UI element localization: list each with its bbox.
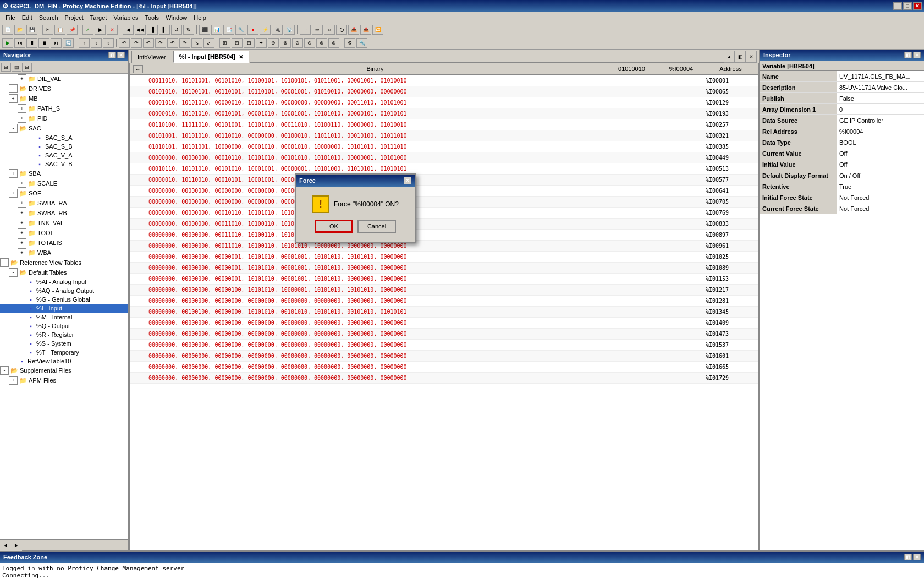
nav-close-btn[interactable]: ✕ <box>117 52 125 58</box>
tb-arrow-r[interactable]: → <box>300 25 311 35</box>
tab-input[interactable]: %I - Input [HBR504] ✕ <box>173 51 249 63</box>
tb-b1[interactable]: ◀ <box>123 25 134 35</box>
tb2-b16[interactable]: ⊟ <box>244 38 255 48</box>
tb-copy[interactable]: 📋 <box>54 25 65 35</box>
close-button[interactable]: ✕ <box>913 2 922 10</box>
expand-apm[interactable]: + <box>9 376 18 385</box>
expand-tnk-val[interactable]: + <box>18 219 26 227</box>
expand-path-s[interactable]: + <box>18 104 26 113</box>
tb2-b25[interactable]: 🔩 <box>356 38 367 48</box>
tree-item-soe[interactable]: + 📁 SOE <box>0 188 128 198</box>
tb2-b4[interactable]: ↕ <box>91 38 102 48</box>
nav-scroll-right[interactable]: ► <box>11 540 22 551</box>
tb-arrow-r2[interactable]: ⇒ <box>312 25 323 35</box>
tree-item-swba-ra[interactable]: + 📁 SWBA_RA <box>0 198 128 208</box>
tb-b12[interactable]: 🔌 <box>272 25 283 35</box>
feedback-close-btn[interactable]: ✕ <box>913 554 921 560</box>
tb2-b6[interactable]: ↶ <box>119 38 130 48</box>
tb2-step[interactable]: ⏸ <box>26 38 37 48</box>
tree-item-sac-sb[interactable]: ▪ SAC_S_B <box>0 142 128 151</box>
tree-item-swba-rb[interactable]: + 📁 SWBA_RB <box>0 208 128 218</box>
tree-item-refviewtable10[interactable]: ▪ RefViewTable10 <box>0 357 128 366</box>
tree-item-tnk-val[interactable]: + 📁 TNK_VAL <box>0 218 128 228</box>
menu-project[interactable]: Project <box>62 13 87 22</box>
restore-button[interactable]: □ <box>903 2 912 10</box>
tree-item-t[interactable]: ▪ %T - Temporary <box>0 348 128 357</box>
expand-ref-view[interactable]: - <box>0 258 9 267</box>
tb-open[interactable]: 📂 <box>14 25 25 35</box>
tb-circle[interactable]: ○ <box>324 25 335 35</box>
expand-soe[interactable]: + <box>9 189 18 198</box>
feedback-float-btn[interactable]: ◧ <box>904 554 912 560</box>
menu-variables[interactable]: Variables <box>110 13 141 22</box>
expand-dil-val[interactable]: + <box>18 74 26 83</box>
tb2-ff[interactable]: ⏭ <box>14 38 25 48</box>
tb-paste2[interactable]: ⬛ <box>199 25 210 35</box>
tb2-b17[interactable]: ✦ <box>256 38 267 48</box>
tree-item-ai[interactable]: ▪ %AI - Analog Input <box>0 277 128 286</box>
tb2-b5[interactable]: ↨ <box>103 38 114 48</box>
tb2-b13[interactable]: ↙ <box>204 38 215 48</box>
tree-item-i[interactable]: ▪ %I - Input <box>0 304 128 313</box>
tree-item-g[interactable]: ▪ %G - Genius Global <box>0 295 128 304</box>
expand-sac[interactable]: - <box>9 124 18 133</box>
tb-x[interactable]: ✕ <box>107 25 118 35</box>
tab-infoviewer[interactable]: InfoViewer <box>131 51 172 63</box>
tree-item-drives[interactable]: - 📂 DRIVES <box>0 84 128 94</box>
menu-search[interactable]: Search <box>36 13 62 22</box>
tb-b4[interactable]: ▌ <box>159 25 170 35</box>
tab-float[interactable]: ◧ <box>735 51 746 63</box>
tree-item-pid[interactable]: + 📁 PID <box>0 113 128 123</box>
tb-b13[interactable]: 📡 <box>284 25 295 35</box>
nav-tb2[interactable]: ▤ <box>12 63 21 72</box>
inspector-float-btn[interactable]: ◧ <box>904 52 912 58</box>
dialog-cancel-button[interactable]: Cancel <box>358 220 396 233</box>
tb-b6[interactable]: ↻ <box>183 25 194 35</box>
tb2-b9[interactable]: ↷ <box>155 38 166 48</box>
menu-help[interactable]: Help <box>190 13 210 22</box>
expand-supp[interactable]: - <box>0 366 9 375</box>
expand-totalis[interactable]: + <box>18 238 26 247</box>
tb2-run[interactable]: ▶ <box>2 38 13 48</box>
tb-verify[interactable]: ▶ <box>95 25 106 35</box>
tree-item-sac-sa[interactable]: ▪ SAC_S_A <box>0 133 128 142</box>
tb2-b2[interactable]: 🔄 <box>63 38 74 48</box>
tree-item-scale[interactable]: + 📁 SCALE <box>0 178 128 188</box>
tree-item-r[interactable]: ▪ %R - Register <box>0 330 128 339</box>
expand-swba-ra[interactable]: + <box>18 199 26 208</box>
tb2-b3[interactable]: ↑ <box>79 38 90 48</box>
tb-b5[interactable]: ↺ <box>171 25 182 35</box>
tb2-stop[interactable]: ⏹ <box>38 38 50 48</box>
tab-close-icon[interactable]: ✕ <box>239 54 243 60</box>
tb2-b14[interactable]: ⊞ <box>219 38 230 48</box>
tree-item-dil-val[interactable]: + 📁 DIL_VAL <box>0 74 128 84</box>
tree-item-sac[interactable]: - 📂 SAC <box>0 123 128 133</box>
tree-item-mb[interactable]: + 📁 MB <box>0 94 128 103</box>
tree-item-path-s[interactable]: + 📁 PATH_S <box>0 103 128 113</box>
tree-item-sba[interactable]: + 📁 SBA <box>0 168 128 178</box>
tree-item-totalis[interactable]: + 📁 TOTALIS <box>0 238 128 248</box>
menu-edit[interactable]: Edit <box>19 13 36 22</box>
tb-b10[interactable]: ● <box>248 25 258 35</box>
tb2-b12[interactable]: ↘ <box>191 38 202 48</box>
nav-float-btn[interactable]: ◧ <box>108 52 116 58</box>
tree-item-sac-vb[interactable]: ▪ SAC_V_B <box>0 160 128 168</box>
expand-default-tables[interactable]: - <box>9 268 18 277</box>
tb-b11[interactable]: ⚡ <box>260 25 271 35</box>
tab-maximize[interactable]: ▲ <box>724 51 735 63</box>
tree-item-default-tables[interactable]: - 📂 Default Tables <box>0 268 128 277</box>
tb2-b20[interactable]: ⊘ <box>292 38 303 48</box>
menu-window[interactable]: Window <box>162 13 190 22</box>
nav-tb3[interactable]: ⊟ <box>22 63 32 72</box>
tb-b16[interactable]: 📤 <box>360 25 371 35</box>
tb-b8[interactable]: 📑 <box>223 25 234 35</box>
tree-item-wba[interactable]: + 📁 WBA <box>0 248 128 258</box>
tree-item-ref-view[interactable]: - 📂 Reference View Tables <box>0 258 128 268</box>
tb-b17[interactable]: 🔁 <box>372 25 383 35</box>
tb2-b10[interactable]: ↶ <box>167 38 178 48</box>
tree-item-s[interactable]: ▪ %S - System <box>0 339 128 348</box>
expand-drives[interactable]: - <box>9 84 18 93</box>
tb2-b7[interactable]: ↷ <box>131 38 142 48</box>
expand-sba[interactable]: + <box>9 169 18 178</box>
expand-mb[interactable]: + <box>9 94 18 103</box>
